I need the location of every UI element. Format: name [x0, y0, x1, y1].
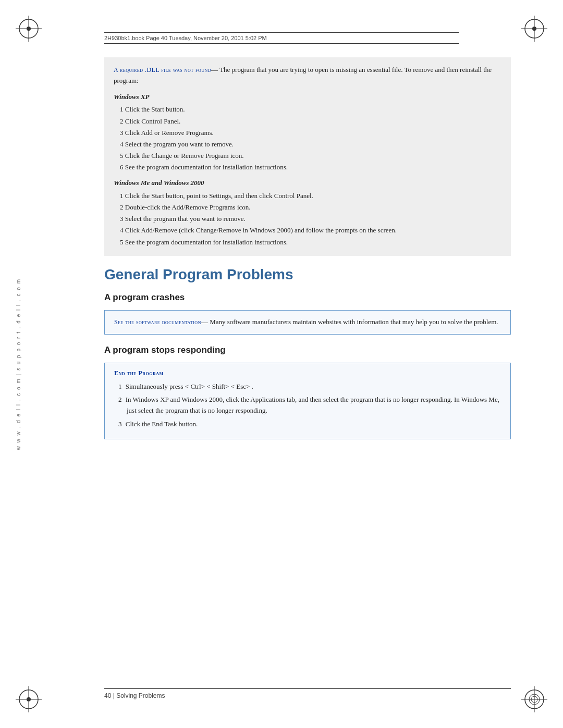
end-program-box: End the Program 1 Simultaneously press <… [104, 363, 511, 439]
footer-text: 40 | Solving Problems [104, 692, 165, 699]
page-header: 2H930bk1.book Page 40 Tuesday, November … [104, 32, 459, 44]
list-item: 1 Click the Start button, point to Setti… [120, 191, 501, 201]
list-item: 2 Click Control Panel. [120, 116, 501, 127]
list-item: 6 See the program documentation for inst… [120, 162, 501, 172]
software-doc-note-box: See the software documentation— Many sof… [104, 310, 511, 335]
windows-me-label: Windows Me and Windows 2000 [114, 178, 501, 189]
windows-xp-label: Windows XP [114, 92, 501, 103]
dll-intro-paragraph: A required .DLL file was not found— The … [114, 65, 501, 87]
step-text-2: In Windows XP and Windows 2000, click th… [126, 396, 499, 414]
dll-info-box: A required .DLL file was not found— The … [104, 57, 511, 256]
corner-mark-bl [16, 686, 42, 712]
page-container: 2H930bk1.book Page 40 Tuesday, November … [0, 0, 563, 728]
list-item: 1 Click the Start button. [120, 104, 501, 115]
note-paragraph: See the software documentation— Many sof… [114, 317, 501, 328]
step-num-2: 2 [118, 396, 122, 403]
list-item: 2 Double-click the Add/Remove Programs i… [120, 202, 501, 213]
end-program-steps: 1 Simultaneously press < Ctrl> < Shift> … [118, 381, 501, 430]
note-dash: — [201, 318, 208, 326]
list-item: 4 Select the program you want to remove. [120, 139, 501, 150]
step-text-3: Click the End Task button. [126, 420, 198, 428]
file-info: 2H930bk1.book Page 40 Tuesday, November … [104, 35, 267, 41]
step-num-3: 3 [118, 420, 122, 428]
side-watermark: w w w . d e l l . c o m | s u p p o r t … [16, 278, 21, 450]
note-text: Many software manufacturers maintain web… [210, 318, 498, 326]
list-item: 5 Click the Change or Remove Program ico… [120, 151, 501, 161]
subsection-heading-crashes: A program crashes [104, 292, 511, 303]
step-text-1: Simultaneously press < Ctrl> < Shift> < … [126, 382, 253, 390]
list-item: 3 Select the program that you want to re… [120, 214, 501, 224]
list-item: 4 Click Add/Remove (click Change/Remove … [120, 225, 501, 236]
section-title: General Program Problems [104, 266, 511, 283]
svg-point-3 [27, 27, 31, 31]
corner-mark-tl [16, 16, 42, 42]
step-3: 3 Click the End Task button. [118, 419, 501, 430]
dll-label: A required .DLL file was not found [114, 66, 211, 73]
list-item: 5 See the program documentation for inst… [120, 237, 501, 248]
footer-inner: 40 | Solving Problems [104, 692, 511, 699]
windows-me-steps: 1 Click the Start button, point to Setti… [120, 191, 501, 248]
corner-mark-br [521, 686, 547, 712]
corner-mark-tr [521, 16, 547, 42]
see-software-label: See the software documentation [114, 318, 201, 326]
svg-point-7 [532, 27, 536, 31]
page-footer: 40 | Solving Problems [104, 688, 511, 699]
windows-xp-steps: 1 Click the Start button. 2 Click Contro… [120, 104, 501, 172]
list-item: 3 Click Add or Remove Programs. [120, 128, 501, 138]
step-1: 1 Simultaneously press < Ctrl> < Shift> … [118, 381, 501, 392]
end-program-label: End the Program [114, 369, 501, 377]
main-content: A required .DLL file was not found— The … [104, 57, 511, 676]
svg-point-11 [27, 697, 31, 701]
step-num-1: 1 [118, 382, 122, 390]
step-2: 2 In Windows XP and Windows 2000, click … [118, 394, 501, 416]
dll-dash: — [211, 66, 218, 73]
subsection-heading-stops: A program stops responding [104, 345, 511, 355]
